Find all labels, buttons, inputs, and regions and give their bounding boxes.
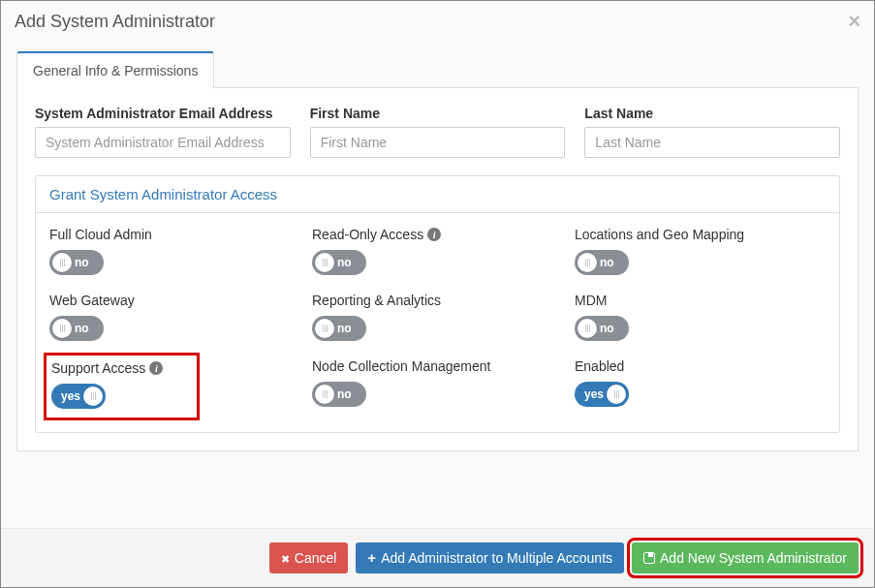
toggle-knob <box>315 385 334 404</box>
perm-full-cloud-admin: Full Cloud Admin no <box>49 227 300 275</box>
modal-body: General Info & Permissions System Admini… <box>1 42 874 528</box>
last-name-input[interactable] <box>584 127 840 158</box>
perm-label: MDM <box>575 293 826 308</box>
toggle-node-collection[interactable]: no <box>312 382 366 407</box>
perm-enabled: Enabled yes <box>575 358 826 415</box>
toggle-knob <box>315 253 334 272</box>
first-name-label: First Name <box>310 106 566 121</box>
perm-label: Reporting & Analytics <box>312 293 563 308</box>
field-last-name: Last Name <box>584 106 840 158</box>
toggle-knob <box>52 253 72 272</box>
add-system-admin-modal: Add System Administrator × General Info … <box>1 1 874 587</box>
tabs: General Info & Permissions <box>16 51 859 88</box>
perm-label: Support Access i <box>51 360 163 376</box>
add-multi-accounts-button[interactable]: Add Administrator to Multiple Accounts <box>356 542 624 573</box>
last-name-label: Last Name <box>584 106 840 121</box>
close-icon[interactable]: × <box>848 11 860 32</box>
first-name-input[interactable] <box>310 127 566 158</box>
info-icon[interactable]: i <box>149 361 163 375</box>
toggle-mdm[interactable]: no <box>575 316 629 341</box>
modal-title: Add System Administrator <box>15 12 215 32</box>
x-icon <box>281 550 290 566</box>
perm-label: Read-Only Access i <box>312 227 563 242</box>
toggle-locations[interactable]: no <box>575 250 629 275</box>
identity-fields-row: System Administrator Email Address First… <box>35 106 840 158</box>
toggle-knob <box>52 319 72 338</box>
toggle-reporting[interactable]: no <box>312 316 366 341</box>
tab-general-info[interactable]: General Info & Permissions <box>16 51 214 88</box>
field-email: System Administrator Email Address <box>35 106 291 158</box>
grant-access-panel: Grant System Administrator Access Full C… <box>35 175 840 433</box>
perm-reporting: Reporting & Analytics no <box>312 293 563 341</box>
field-first-name: First Name <box>310 106 566 158</box>
perm-label: Full Cloud Admin <box>49 227 300 242</box>
toggle-web-gateway[interactable]: no <box>49 316 104 341</box>
tab-panel: System Administrator Email Address First… <box>16 87 859 451</box>
toggle-knob <box>607 385 626 404</box>
perm-locations: Locations and Geo Mapping no <box>575 227 826 275</box>
perm-mdm: MDM no <box>575 293 826 341</box>
toggle-knob <box>578 253 597 272</box>
perm-label: Node Collection Management <box>312 358 563 374</box>
perm-label: Locations and Geo Mapping <box>575 227 826 242</box>
add-new-system-admin-button[interactable]: Add New System Administrator <box>632 542 859 573</box>
grant-access-header: Grant System Administrator Access <box>36 176 839 213</box>
toggle-full-cloud-admin[interactable]: no <box>49 250 104 275</box>
toggle-knob <box>83 387 103 406</box>
email-label: System Administrator Email Address <box>35 106 291 121</box>
grant-access-body: Full Cloud Admin no Read-Only Access i <box>36 213 839 432</box>
perm-read-only: Read-Only Access i no <box>312 227 563 275</box>
perm-label: Enabled <box>575 358 826 374</box>
toggle-knob <box>315 319 334 338</box>
save-icon <box>643 552 655 564</box>
permissions-grid: Full Cloud Admin no Read-Only Access i <box>49 227 826 415</box>
email-input[interactable] <box>35 127 291 158</box>
toggle-support-access[interactable]: yes <box>51 384 106 409</box>
toggle-knob <box>578 319 597 338</box>
info-icon[interactable]: i <box>427 228 441 241</box>
modal-header: Add System Administrator × <box>1 1 874 42</box>
perm-label: Web Gateway <box>49 293 300 308</box>
perm-support-access: Support Access i yes <box>49 358 194 415</box>
toggle-read-only[interactable]: no <box>312 250 366 275</box>
perm-node-collection: Node Collection Management no <box>312 358 563 415</box>
cancel-button[interactable]: Cancel <box>269 542 349 573</box>
toggle-enabled[interactable]: yes <box>575 382 629 407</box>
modal-footer: Cancel Add Administrator to Multiple Acc… <box>1 528 874 587</box>
perm-web-gateway: Web Gateway no <box>49 293 300 341</box>
plus-icon <box>367 550 376 566</box>
